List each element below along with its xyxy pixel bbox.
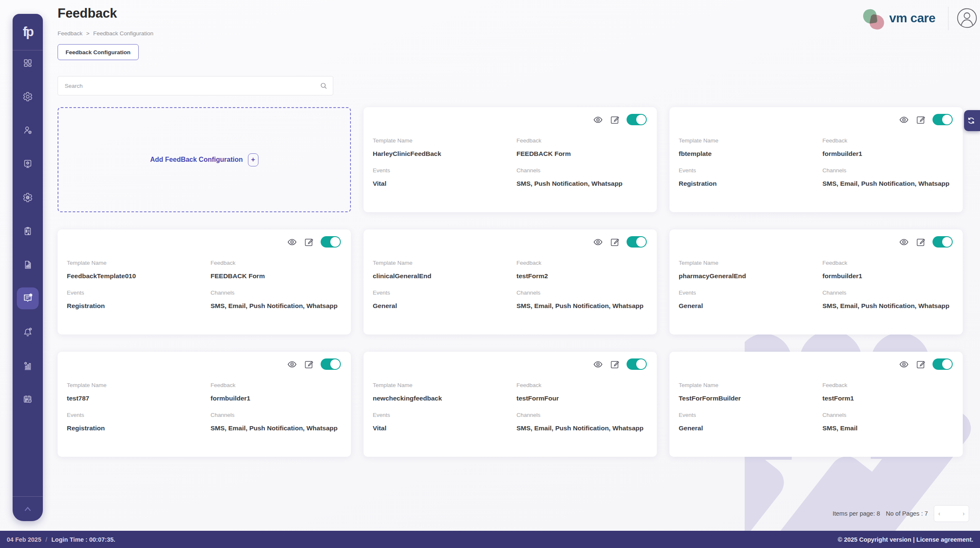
page-title: Feedback bbox=[58, 6, 117, 21]
sidebar-item-patient-records[interactable] bbox=[18, 222, 37, 240]
view-button[interactable] bbox=[899, 115, 909, 125]
feedback-field: Feedback formbuilder1 bbox=[822, 137, 954, 160]
enabled-toggle[interactable] bbox=[933, 236, 953, 248]
edit-icon bbox=[916, 115, 926, 125]
view-button[interactable] bbox=[899, 359, 909, 369]
feedback-card: Template Name TestForFormBuilder Feedbac… bbox=[669, 352, 963, 457]
channels-label: Channels bbox=[822, 167, 954, 174]
card-actions bbox=[593, 114, 647, 125]
template-name-field: Template Name HarleyClinicFeedBack bbox=[373, 137, 516, 160]
template-name-value: clinicalGeneralEnd bbox=[373, 270, 516, 282]
toggle-knob bbox=[942, 115, 952, 124]
edit-button[interactable] bbox=[304, 237, 314, 247]
sidebar-item-device-settings[interactable] bbox=[18, 155, 37, 173]
toggle-knob bbox=[636, 359, 646, 369]
enabled-toggle[interactable] bbox=[627, 358, 647, 370]
template-name-value: test787 bbox=[67, 392, 211, 404]
channels-value: SMS, Push Notification, Whatsapp bbox=[516, 177, 648, 190]
template-name-value: fbtemplate bbox=[679, 148, 822, 160]
footer-copyright[interactable]: © 2025 Copyright version | License agree… bbox=[838, 536, 973, 543]
channels-field: Channels SMS, Email, Push Notification, … bbox=[516, 412, 648, 434]
add-feedback-configuration-button[interactable]: Add FeedBack Configuration + bbox=[58, 107, 351, 212]
edit-button[interactable] bbox=[610, 237, 620, 247]
enabled-toggle[interactable] bbox=[933, 114, 953, 125]
sidebar-item-dashboard[interactable] bbox=[18, 54, 37, 72]
events-label: Events bbox=[679, 167, 822, 174]
search-input[interactable] bbox=[58, 76, 333, 95]
sidebar-item-feedback[interactable] bbox=[17, 287, 39, 309]
sidebar-nav bbox=[17, 54, 39, 408]
feedback-field: Feedback testFormFour bbox=[516, 382, 648, 404]
edit-icon bbox=[304, 359, 314, 369]
view-button[interactable] bbox=[593, 359, 603, 369]
template-name-label: Template Name bbox=[67, 382, 211, 389]
events-value: Registration bbox=[67, 422, 211, 434]
sidebar-item-settings[interactable] bbox=[18, 87, 37, 106]
eye-icon bbox=[593, 359, 603, 369]
footer-left: 04 Feb 2025 / Login Time : 00:07:35. bbox=[7, 536, 115, 543]
feedback-value: testForm1 bbox=[822, 392, 954, 404]
pagination: Items per page: 8 No of Pages : 7 ‹ 1 › bbox=[819, 505, 969, 522]
sidebar-item-globe-settings[interactable] bbox=[18, 188, 37, 207]
page: fp bbox=[0, 0, 980, 548]
user-avatar-button[interactable] bbox=[956, 8, 977, 29]
edit-button[interactable] bbox=[916, 237, 926, 247]
card-body: Template Name FeedbackTemplate010 Feedba… bbox=[67, 260, 342, 312]
feedback-card: Template Name FeedbackTemplate010 Feedba… bbox=[58, 229, 351, 335]
enabled-toggle[interactable] bbox=[321, 236, 341, 248]
sidebar-item-reports[interactable] bbox=[18, 256, 37, 274]
enabled-toggle[interactable] bbox=[627, 114, 647, 125]
channels-label: Channels bbox=[822, 290, 954, 296]
sidebar-item-analytics[interactable] bbox=[18, 356, 37, 375]
sidebar-item-scheduler[interactable] bbox=[18, 390, 37, 408]
template-name-label: Template Name bbox=[679, 382, 822, 389]
next-page-button[interactable]: › bbox=[959, 506, 969, 522]
template-name-label: Template Name bbox=[373, 137, 516, 144]
brand-name: vm care bbox=[889, 11, 935, 25]
breadcrumb-feedback[interactable]: Feedback bbox=[58, 30, 82, 37]
add-feedback-configuration-label: Add FeedBack Configuration bbox=[150, 156, 242, 163]
eye-icon bbox=[899, 237, 909, 247]
feedback-label: Feedback bbox=[211, 382, 342, 389]
view-button[interactable] bbox=[593, 237, 603, 247]
prev-page-button[interactable]: ‹ bbox=[934, 506, 944, 522]
channels-field: Channels SMS, Email, Push Notification, … bbox=[822, 290, 954, 312]
edit-button[interactable] bbox=[916, 115, 926, 125]
tab-feedback-configuration[interactable]: Feedback Configuration bbox=[58, 44, 139, 60]
toggle-knob bbox=[330, 359, 340, 369]
eye-icon bbox=[287, 237, 297, 247]
template-name-field: Template Name newcheckingfeedback bbox=[373, 382, 516, 404]
enabled-toggle[interactable] bbox=[933, 358, 953, 370]
view-button[interactable] bbox=[899, 237, 909, 247]
template-name-label: Template Name bbox=[679, 137, 822, 144]
sync-icon bbox=[967, 116, 976, 125]
edit-button[interactable] bbox=[916, 359, 926, 369]
events-value: Vital bbox=[373, 422, 516, 434]
feedback-card: Template Name test787 Feedback formbuild… bbox=[58, 352, 351, 457]
sidebar-item-user-settings[interactable] bbox=[18, 121, 37, 140]
channels-label: Channels bbox=[822, 412, 954, 419]
eye-icon bbox=[899, 359, 909, 369]
sidebar-collapse-button[interactable] bbox=[19, 503, 36, 515]
feedback-label: Feedback bbox=[516, 260, 648, 266]
edit-button[interactable] bbox=[610, 115, 620, 125]
enabled-toggle[interactable] bbox=[627, 236, 647, 248]
card-body: Template Name pharmacyGeneralEnd Feedbac… bbox=[679, 260, 954, 312]
feedback-field: Feedback formbuilder1 bbox=[211, 382, 342, 404]
edit-button[interactable] bbox=[610, 359, 620, 369]
sidebar-item-notification-settings[interactable] bbox=[18, 323, 37, 341]
events-label: Events bbox=[373, 167, 516, 174]
sync-button[interactable] bbox=[964, 110, 980, 131]
current-page-button[interactable]: 1 bbox=[944, 506, 959, 522]
view-button[interactable] bbox=[287, 359, 297, 369]
app-logo[interactable]: fp bbox=[13, 14, 43, 50]
template-name-label: Template Name bbox=[373, 260, 516, 266]
view-button[interactable] bbox=[593, 115, 603, 125]
edit-button[interactable] bbox=[304, 359, 314, 369]
notification-settings-icon bbox=[23, 327, 33, 337]
events-field: Events Registration bbox=[67, 412, 211, 434]
enabled-toggle[interactable] bbox=[321, 358, 341, 370]
globe-settings-icon bbox=[23, 192, 33, 203]
view-button[interactable] bbox=[287, 237, 297, 247]
template-name-label: Template Name bbox=[373, 382, 516, 389]
